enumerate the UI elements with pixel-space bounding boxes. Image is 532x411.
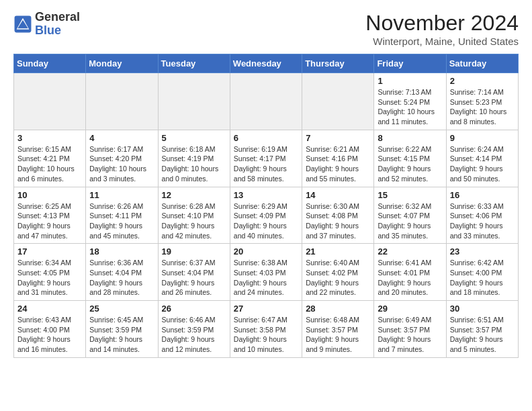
day-info: Sunrise: 6:33 AM Sunset: 4:06 PM Dayligh… [450, 201, 515, 241]
calendar-table: SundayMondayTuesdayWednesdayThursdayFrid… [13, 54, 519, 358]
day-number: 11 [89, 190, 154, 200]
logo-blue: Blue [35, 24, 61, 37]
header-row: SundayMondayTuesdayWednesdayThursdayFrid… [14, 54, 519, 73]
day-info: Sunrise: 6:21 AM Sunset: 4:16 PM Dayligh… [306, 144, 370, 184]
calendar-cell: 30Sunrise: 6:51 AM Sunset: 3:57 PM Dayli… [446, 301, 518, 358]
day-number: 1 [378, 76, 442, 86]
calendar-cell [14, 73, 86, 130]
page-header: General Blue November 2024 Winterport, M… [13, 11, 519, 47]
calendar-header: SundayMondayTuesdayWednesdayThursdayFrid… [14, 54, 519, 73]
calendar-week-1: 1Sunrise: 7:13 AM Sunset: 5:24 PM Daylig… [14, 73, 519, 130]
calendar-cell: 19Sunrise: 6:37 AM Sunset: 4:04 PM Dayli… [158, 244, 230, 301]
calendar-cell: 18Sunrise: 6:36 AM Sunset: 4:04 PM Dayli… [86, 244, 158, 301]
calendar-cell: 7Sunrise: 6:21 AM Sunset: 4:16 PM Daylig… [302, 130, 374, 187]
calendar-cell [86, 73, 158, 130]
calendar-cell: 9Sunrise: 6:24 AM Sunset: 4:14 PM Daylig… [446, 130, 518, 187]
day-info: Sunrise: 6:17 AM Sunset: 4:20 PM Dayligh… [89, 144, 154, 184]
day-number: 22 [378, 246, 442, 257]
calendar-cell: 24Sunrise: 6:43 AM Sunset: 4:00 PM Dayli… [14, 301, 86, 358]
calendar-cell: 13Sunrise: 6:29 AM Sunset: 4:09 PM Dayli… [230, 187, 302, 244]
day-info: Sunrise: 6:45 AM Sunset: 3:59 PM Dayligh… [89, 315, 154, 355]
calendar-cell: 27Sunrise: 6:47 AM Sunset: 3:58 PM Dayli… [230, 301, 302, 358]
day-info: Sunrise: 6:47 AM Sunset: 3:58 PM Dayligh… [234, 315, 298, 355]
calendar-cell: 25Sunrise: 6:45 AM Sunset: 3:59 PM Dayli… [86, 301, 158, 358]
day-number: 8 [378, 133, 442, 143]
day-info: Sunrise: 6:46 AM Sunset: 3:59 PM Dayligh… [162, 315, 226, 355]
day-info: Sunrise: 6:43 AM Sunset: 4:00 PM Dayligh… [17, 315, 82, 355]
day-number: 18 [89, 246, 154, 257]
day-info: Sunrise: 6:18 AM Sunset: 4:19 PM Dayligh… [162, 144, 226, 184]
calendar-cell: 26Sunrise: 6:46 AM Sunset: 3:59 PM Dayli… [158, 301, 230, 358]
day-info: Sunrise: 6:36 AM Sunset: 4:04 PM Dayligh… [89, 258, 154, 298]
calendar-week-4: 17Sunrise: 6:34 AM Sunset: 4:05 PM Dayli… [14, 244, 519, 301]
day-info: Sunrise: 6:38 AM Sunset: 4:03 PM Dayligh… [234, 258, 298, 298]
day-number: 28 [306, 304, 370, 314]
calendar-cell [230, 73, 302, 130]
day-number: 5 [162, 133, 226, 143]
logo: General Blue [13, 11, 80, 38]
location: Winterport, Maine, United States [365, 36, 519, 47]
day-info: Sunrise: 6:25 AM Sunset: 4:13 PM Dayligh… [17, 201, 82, 241]
calendar-cell: 15Sunrise: 6:32 AM Sunset: 4:07 PM Dayli… [374, 187, 446, 244]
calendar-cell: 22Sunrise: 6:41 AM Sunset: 4:01 PM Dayli… [374, 244, 446, 301]
day-number: 6 [234, 133, 298, 143]
day-number: 12 [162, 190, 226, 200]
calendar-cell: 5Sunrise: 6:18 AM Sunset: 4:19 PM Daylig… [158, 130, 230, 187]
day-info: Sunrise: 6:15 AM Sunset: 4:21 PM Dayligh… [17, 144, 82, 184]
day-number: 2 [450, 76, 515, 86]
calendar-week-2: 3Sunrise: 6:15 AM Sunset: 4:21 PM Daylig… [14, 130, 519, 187]
day-number: 24 [17, 304, 82, 314]
day-number: 9 [450, 133, 515, 143]
day-number: 27 [234, 304, 298, 314]
day-header-thursday: Thursday [302, 54, 374, 73]
calendar-cell: 29Sunrise: 6:49 AM Sunset: 3:57 PM Dayli… [374, 301, 446, 358]
logo-icon [13, 15, 32, 34]
day-info: Sunrise: 6:40 AM Sunset: 4:02 PM Dayligh… [306, 258, 370, 298]
day-number: 23 [450, 246, 515, 257]
day-number: 26 [162, 304, 226, 314]
day-number: 16 [450, 190, 515, 200]
day-header-friday: Friday [374, 54, 446, 73]
day-number: 3 [17, 133, 82, 143]
day-info: Sunrise: 6:41 AM Sunset: 4:01 PM Dayligh… [378, 258, 442, 298]
calendar-cell: 6Sunrise: 6:19 AM Sunset: 4:17 PM Daylig… [230, 130, 302, 187]
calendar-cell [158, 73, 230, 130]
calendar-week-5: 24Sunrise: 6:43 AM Sunset: 4:00 PM Dayli… [14, 301, 519, 358]
day-info: Sunrise: 6:34 AM Sunset: 4:05 PM Dayligh… [17, 258, 82, 298]
day-number: 10 [17, 190, 82, 200]
calendar-cell: 21Sunrise: 6:40 AM Sunset: 4:02 PM Dayli… [302, 244, 374, 301]
calendar-cell: 10Sunrise: 6:25 AM Sunset: 4:13 PM Dayli… [14, 187, 86, 244]
day-header-sunday: Sunday [14, 54, 86, 73]
day-info: Sunrise: 6:49 AM Sunset: 3:57 PM Dayligh… [378, 315, 442, 355]
day-number: 15 [378, 190, 442, 200]
calendar-cell: 3Sunrise: 6:15 AM Sunset: 4:21 PM Daylig… [14, 130, 86, 187]
day-info: Sunrise: 6:24 AM Sunset: 4:14 PM Dayligh… [450, 144, 515, 184]
day-info: Sunrise: 6:48 AM Sunset: 3:57 PM Dayligh… [306, 315, 370, 355]
day-number: 19 [162, 246, 226, 257]
day-number: 14 [306, 190, 370, 200]
day-number: 25 [89, 304, 154, 314]
day-number: 21 [306, 246, 370, 257]
calendar-week-3: 10Sunrise: 6:25 AM Sunset: 4:13 PM Dayli… [14, 187, 519, 244]
day-info: Sunrise: 6:42 AM Sunset: 4:00 PM Dayligh… [450, 258, 515, 298]
day-number: 4 [89, 133, 154, 143]
day-info: Sunrise: 6:22 AM Sunset: 4:15 PM Dayligh… [378, 144, 442, 184]
day-header-saturday: Saturday [446, 54, 518, 73]
calendar-cell: 20Sunrise: 6:38 AM Sunset: 4:03 PM Dayli… [230, 244, 302, 301]
day-info: Sunrise: 6:26 AM Sunset: 4:11 PM Dayligh… [89, 201, 154, 241]
day-info: Sunrise: 6:51 AM Sunset: 3:57 PM Dayligh… [450, 315, 515, 355]
calendar-cell [302, 73, 374, 130]
day-number: 13 [234, 190, 298, 200]
day-header-wednesday: Wednesday [230, 54, 302, 73]
calendar-cell: 14Sunrise: 6:30 AM Sunset: 4:08 PM Dayli… [302, 187, 374, 244]
day-number: 29 [378, 304, 442, 314]
day-header-tuesday: Tuesday [158, 54, 230, 73]
day-number: 7 [306, 133, 370, 143]
calendar-cell: 17Sunrise: 6:34 AM Sunset: 4:05 PM Dayli… [14, 244, 86, 301]
calendar-cell: 8Sunrise: 6:22 AM Sunset: 4:15 PM Daylig… [374, 130, 446, 187]
calendar-cell: 23Sunrise: 6:42 AM Sunset: 4:00 PM Dayli… [446, 244, 518, 301]
calendar-cell: 11Sunrise: 6:26 AM Sunset: 4:11 PM Dayli… [86, 187, 158, 244]
day-number: 30 [450, 304, 515, 314]
day-info: Sunrise: 6:19 AM Sunset: 4:17 PM Dayligh… [234, 144, 298, 184]
day-header-monday: Monday [86, 54, 158, 73]
